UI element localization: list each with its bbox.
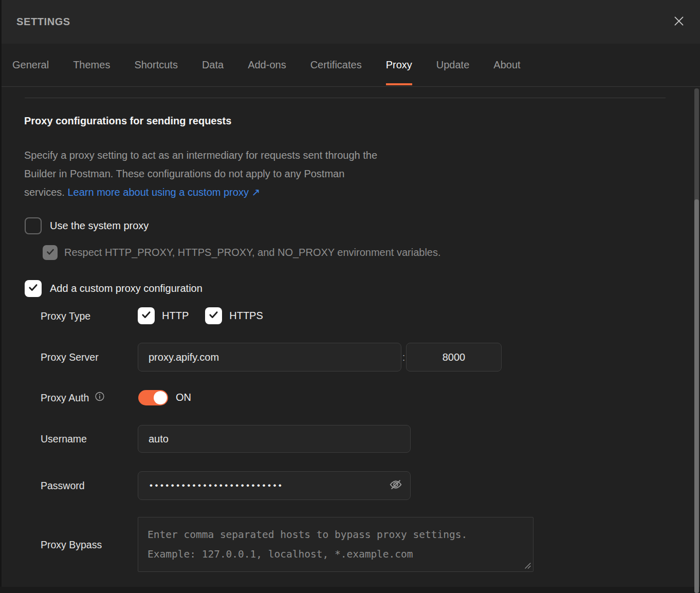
proxy-bypass-field: Enter comma separated hosts to bypass pr… [138,517,533,572]
tab-certificates[interactable]: Certificates [310,44,362,86]
tab-shortcuts[interactable]: Shortcuts [134,44,177,86]
proxy-type-row: Proxy Type HTTP HTTPS [0,307,700,324]
proxy-bypass-row: Proxy Bypass Enter comma separated hosts… [0,517,700,572]
proxy-type-http-option: HTTP [138,307,189,324]
close-icon [672,14,686,30]
section-title: Proxy configurations for sending request… [24,115,231,127]
http-checkbox[interactable] [138,307,155,324]
scrollbar-thumb[interactable] [694,199,699,593]
check-icon [208,309,219,322]
respect-env-row: Respect HTTP_PROXY, HTTPS_PROXY, and NO_… [43,245,441,260]
toggle-password-visibility-button[interactable] [388,477,404,494]
check-icon [46,247,55,258]
system-proxy-label: Use the system proxy [50,220,149,232]
proxy-server-label: Proxy Server [41,351,99,363]
proxy-bypass-label: Proxy Bypass [41,539,102,550]
window-bottom-edge [0,587,700,593]
toggle-knob [154,391,167,404]
check-icon [141,309,152,322]
eye-off-icon [388,477,403,494]
tab-about[interactable]: About [493,44,520,86]
username-input[interactable] [138,425,411,453]
description-line-3: services. [24,187,67,198]
proxy-type-https-option: HTTPS [205,307,263,324]
description-line-1: Specify a proxy setting to act as an int… [24,150,377,161]
tab-themes[interactable]: Themes [73,44,110,86]
proxy-auth-state: ON [176,392,191,403]
password-input[interactable] [138,480,388,491]
tab-addons[interactable]: Add-ons [248,44,286,86]
https-checkbox[interactable] [205,307,222,324]
proxy-auth-label: Proxy Auth [41,392,89,403]
tab-data[interactable]: Data [202,44,224,86]
resize-handle-icon[interactable] [524,562,531,569]
password-field [138,471,411,500]
proxy-auth-toggle[interactable] [138,390,168,405]
password-row: Password [0,471,700,500]
proxy-server-row: Proxy Server : [0,343,700,372]
proxy-port-input[interactable] [406,343,502,372]
https-label: HTTPS [229,310,263,322]
password-label: Password [41,480,85,492]
learn-more-link[interactable]: Learn more about using a custom proxy ↗ [67,187,260,198]
window-left-edge [0,0,2,593]
dialog-header: SETTINGS [0,0,700,44]
tab-proxy[interactable]: Proxy [386,44,412,86]
host-port-separator: : [401,351,406,363]
proxy-host-input[interactable] [138,343,401,372]
section-divider [25,98,666,98]
tab-general[interactable]: General [12,44,49,86]
settings-tabbar: General Themes Shortcuts Data Add-ons Ce… [0,44,700,87]
dialog-title: SETTINGS [16,16,70,28]
respect-env-label: Respect HTTP_PROXY, HTTPS_PROXY, and NO_… [64,247,441,258]
proxy-type-label: Proxy Type [41,310,90,322]
system-proxy-row: Use the system proxy [25,217,149,234]
system-proxy-checkbox[interactable] [25,217,42,234]
http-label: HTTP [162,310,189,322]
description-line-2: Builder in Postman. These configurations… [24,168,344,179]
section-description: Specify a proxy setting to act as an int… [24,146,377,201]
tab-update[interactable]: Update [436,44,470,86]
proxy-bypass-textarea[interactable] [138,517,533,572]
username-label: Username [41,433,87,445]
custom-proxy-label: Add a custom proxy configuration [50,283,202,294]
custom-proxy-checkbox[interactable] [25,280,42,297]
close-button[interactable] [671,14,687,30]
custom-proxy-row: Add a custom proxy configuration [25,280,202,297]
info-icon[interactable] [94,391,105,404]
respect-env-checkbox [43,245,58,260]
settings-dialog: SETTINGS General Themes Shortcuts Data A… [0,0,700,593]
check-icon [28,282,39,295]
proxy-auth-row: Proxy Auth ON [0,389,700,406]
username-row: Username [0,425,700,453]
